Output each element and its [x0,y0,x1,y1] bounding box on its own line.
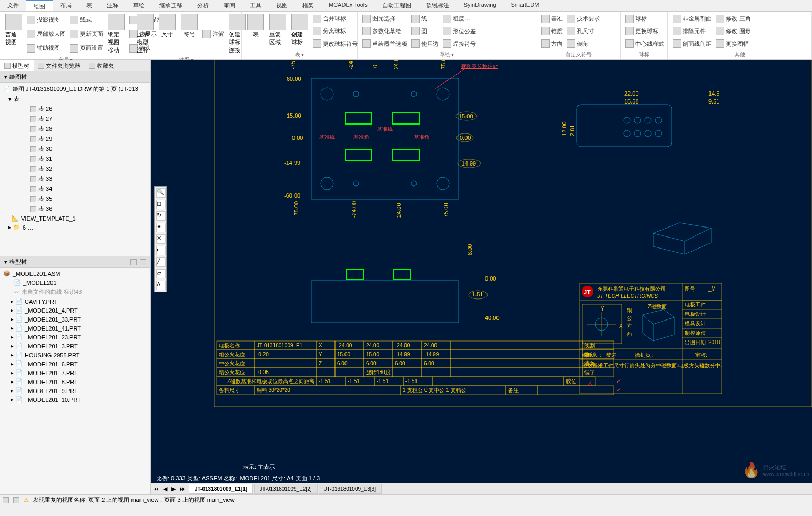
lock-view-btn[interactable]: 锁定视图移动 [106,13,127,55]
tree-item[interactable]: 表 28 [1,124,149,134]
drawing-canvas[interactable]: 🔍 ◻ ↻ ✦ ✕ • ╱ ▱ A 基准线 基准角 基准线 基准角 [151,60,812,494]
menu-13[interactable]: 自动工程图 [375,0,419,11]
hatch-spacing[interactable]: 剖面线间距 [671,39,713,48]
sketch-pref[interactable]: 草绘器首选项 [361,39,409,48]
draw-tree-root[interactable]: 📄 绘图 JT-0131801009_E1.DRW 的第 1 页 (JT-013 [1,84,149,94]
menu-5[interactable]: 草绘 [126,0,152,11]
status-icon-2[interactable] [13,497,19,503]
centerline[interactable]: 中心线样式 [624,39,666,48]
line-style-btn[interactable]: 线式 [68,15,105,25]
panel-tab-1[interactable]: 文件夹浏览器 [34,60,85,71]
model-root[interactable]: 📦 _MODEL201.ASM [1,269,149,278]
swap-frame[interactable]: 更换图幅 [714,39,753,48]
panel-tab-0[interactable]: 模型树 [0,60,34,71]
model-item[interactable]: ▸ 📄 _MODEL201_10.PRT [1,395,149,404]
weld-btn[interactable]: 焊接符号 [441,39,478,48]
model-item[interactable]: ▸ 📄 _MODEL201_8.PRT [1,377,149,386]
dim-btn[interactable]: 尺寸 [157,13,178,55]
aux-view-btn[interactable]: 辅助视图 [25,44,67,53]
tree-item[interactable]: 表 26 [1,104,149,114]
exclude[interactable]: 排除元件 [671,26,713,36]
model-item[interactable]: ▸ 📄 HOUSING-2955.PRT [1,350,149,359]
model-item[interactable]: ▸ 📄 CAVITY.PRT [1,297,149,306]
draw-tree-header[interactable]: ▾ 绘图树 [0,71,150,83]
taper-btn[interactable]: 锥度 [540,26,564,36]
hole-dim-btn[interactable]: 孔尺寸 [565,26,602,36]
page-setup-btn[interactable]: 页面设置 [68,44,105,53]
tree-tables[interactable]: ▾ 表 [1,94,149,104]
model-item[interactable]: ▸ 📄 _MODEL201_9.PRT [1,386,149,395]
param-sketch[interactable]: 参数化草绘 [361,26,409,36]
datum-btn[interactable]: 基准 [540,14,564,24]
menu-15[interactable]: SyinDrawing [456,0,504,11]
tab-prev-icon[interactable]: ◀ [161,486,169,492]
tree-item[interactable]: 表 31 [1,154,149,164]
menu-0[interactable]: 文件 [0,0,26,11]
menu-14[interactable]: 歆锐标注 [419,0,456,11]
show-model-btn[interactable]: 显示模型注释 [135,13,156,55]
menu-11[interactable]: 框架 [295,0,321,11]
panel-tab-2[interactable]: 收藏夹 [85,60,118,71]
proj-view-btn[interactable]: 投影视图 [25,15,67,25]
table-btn[interactable]: 表 [245,13,266,50]
tree-6[interactable]: ▸ 📁 6 … [1,223,149,232]
tree-item[interactable]: 表 30 [1,144,149,154]
model-item[interactable]: ▸ 📄 _MODEL201_6.PRT [1,359,149,368]
chamfer-btn[interactable]: 倒角 [565,39,602,48]
doc-tab-1[interactable]: JT-0131801009_E1[1] [189,484,253,494]
symbol-btn[interactable]: 符号 [179,13,200,55]
dir-btn[interactable]: 方向 [540,39,564,48]
model-item[interactable]: ▸ 📄 _MODEL201_41.PRT [1,324,149,333]
model-item[interactable]: ▸ 📄 _MODEL201_3.PRT [1,342,149,350]
tab-first-icon[interactable]: ⏮ [151,486,161,492]
model-item[interactable]: ▸ 📄 _MODEL201_33.PRT [1,315,149,324]
model-item[interactable]: ▸ 📄 _MODEL201_7.PRT [1,368,149,377]
menu-7[interactable]: 分析 [190,0,216,11]
menu-16[interactable]: SmartEDM [504,0,547,11]
detail-view-btn[interactable]: 局部放大图 [25,29,67,39]
create-balloon2-btn[interactable]: 创建球标 [289,13,310,50]
elem-select[interactable]: 图元选择 [361,14,409,24]
circle-btn[interactable]: 圆 [410,26,440,36]
line-btn[interactable]: 线 [410,14,440,24]
menu-6[interactable]: 继承迁移 [152,0,190,11]
menu-1[interactable]: 绘图 [26,0,53,11]
menu-10[interactable]: 视图 [269,0,295,11]
mod-circ[interactable]: 修改-圆形 [714,26,753,36]
geotol-btn[interactable]: 形位公差 [441,26,478,36]
tree-item[interactable]: 表 33 [1,174,149,184]
model-tree-header[interactable]: ▾ 模型树 [0,256,150,268]
mod-tri[interactable]: 修改-三角 [714,14,753,24]
change-balloon[interactable]: 更改球标符号 [311,39,359,48]
merge-balloon[interactable]: 合并球标 [311,14,359,24]
swap-balloon[interactable]: 更换球标 [624,26,666,36]
note-btn[interactable]: 注解 [201,29,226,39]
filter-icon[interactable] [140,259,146,265]
model-item[interactable]: ▸ 📄 _MODEL201_4.PRT [1,306,149,315]
model-item[interactable]: 〰 来自文件的曲线 标识43 [1,287,149,297]
menu-2[interactable]: 布局 [53,0,79,11]
tab-last-icon[interactable]: ⏭ [178,486,188,492]
tab-next-icon[interactable]: ▶ [169,486,178,492]
gear-icon[interactable] [130,259,137,265]
nonmetal[interactable]: 非金属剖面 [671,14,713,24]
model-item[interactable]: ▸ 📄 _MODEL201_23.PRT [1,333,149,342]
tree-item[interactable]: 表 29 [1,134,149,144]
menu-3[interactable]: 表 [79,0,99,11]
menu-8[interactable]: 审阅 [216,0,242,11]
update-page-btn[interactable]: 更新页面 [68,29,105,39]
menu-12[interactable]: MCADEx Tools [321,0,375,11]
normal-view-btn[interactable]: 普通视图 [3,13,24,55]
repeat-region-btn[interactable]: 重复区域 [267,13,288,50]
status-icon-1[interactable] [3,497,9,503]
tree-item[interactable]: 表 27 [1,114,149,124]
balloon3[interactable]: 球标 [624,14,666,24]
split-balloon[interactable]: 分离球标 [311,26,359,36]
tree-item[interactable]: 表 34 [1,184,149,194]
menu-4[interactable]: 注释 [99,0,126,11]
tree-item[interactable]: 表 35 [1,194,149,204]
tree-item[interactable]: 表 36 [1,204,149,214]
doc-tab-3[interactable]: JT-0131801009_E3[3] [319,484,382,494]
doc-tab-2[interactable]: JT-0131801009_E2[2] [254,484,317,494]
tree-item[interactable]: 表 32 [1,164,149,174]
